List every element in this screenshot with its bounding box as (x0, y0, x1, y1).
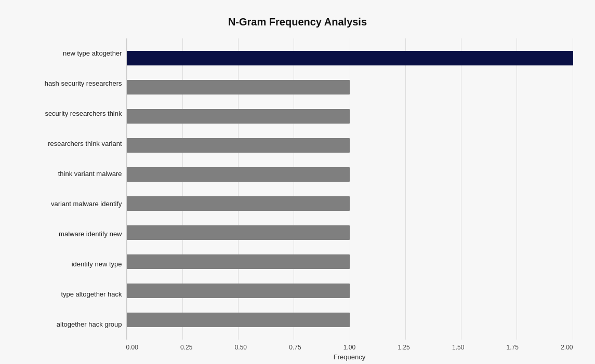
bar (127, 109, 350, 124)
x-axis-title: Frequency (22, 353, 573, 361)
bar (127, 138, 350, 153)
bar-row (127, 136, 573, 155)
y-label: security researchers think (22, 110, 122, 118)
bar-row (127, 281, 573, 301)
x-axis: 0.000.250.500.751.001.251.501.752.00 (22, 344, 573, 351)
y-label: variant malware identify (22, 200, 122, 208)
bar-row (127, 106, 573, 126)
x-tick-label: 0.75 (289, 344, 301, 351)
y-label: think variant malware (22, 170, 122, 178)
x-tick-label: 0.00 (126, 344, 138, 351)
plot-area (126, 38, 573, 340)
bar-row (127, 223, 573, 242)
bar (127, 80, 350, 95)
x-axis-spacer (22, 344, 126, 351)
x-tick-label: 1.75 (507, 344, 519, 351)
bars-wrapper (127, 38, 573, 340)
x-tick-label: 0.50 (235, 344, 247, 351)
bar (127, 313, 350, 327)
bar (127, 196, 350, 211)
bar-row (127, 77, 573, 97)
y-axis-labels: new type altogetherhash security researc… (22, 38, 126, 340)
y-label: researchers think variant (22, 140, 122, 148)
x-tick-label: 0.25 (180, 344, 192, 351)
bar-row (127, 48, 573, 68)
x-tick-label: 2.00 (561, 344, 573, 351)
bar-row (127, 194, 573, 213)
bar (127, 51, 573, 65)
y-label: new type altogether (22, 49, 122, 58)
x-axis-labels: 0.000.250.500.751.001.251.501.752.00 (126, 344, 573, 351)
bar (127, 167, 350, 182)
y-label: type altogether hack (22, 290, 122, 299)
bar (127, 254, 350, 269)
x-tick-label: 1.25 (398, 344, 409, 351)
chart-container: N-Gram Frequency Analysis new type altog… (12, 6, 584, 359)
x-tick-label: 1.50 (452, 344, 464, 351)
chart-area: new type altogetherhash security researc… (22, 38, 573, 340)
x-tick-label: 1.00 (343, 344, 355, 351)
bar (127, 284, 350, 298)
y-label: altogether hack group (22, 320, 122, 329)
y-label: malware identify new (22, 230, 122, 238)
chart-title: N-Gram Frequency Analysis (22, 16, 573, 28)
y-label: identify new type (22, 260, 122, 268)
bar-row (127, 310, 573, 330)
y-label: hash security researchers (22, 79, 122, 88)
bar-row (127, 165, 573, 184)
bar (127, 225, 350, 240)
bar-row (127, 252, 573, 272)
